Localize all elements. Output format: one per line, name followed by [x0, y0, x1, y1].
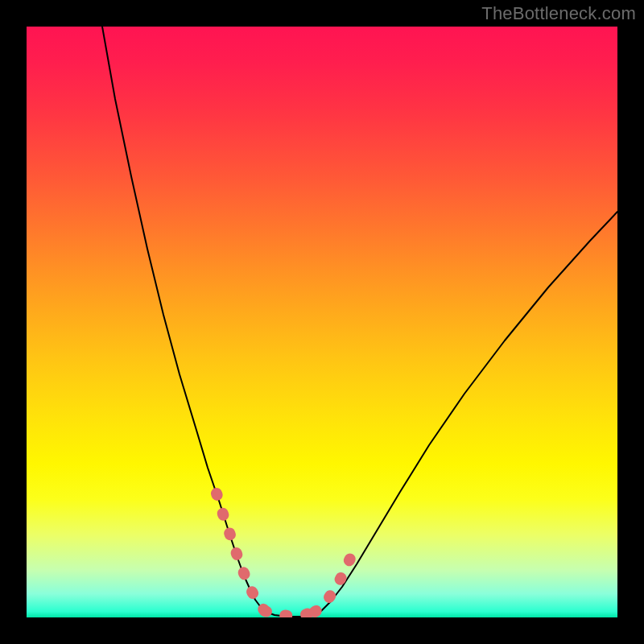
highlight-right — [315, 555, 352, 612]
plot-curves-svg — [27, 27, 617, 617]
curve-left-arm — [102, 27, 263, 611]
highlight-left — [217, 493, 265, 611]
watermark-text: TheBottleneck.com — [481, 3, 636, 24]
plot-frame — [27, 27, 617, 617]
curve-right-arm — [321, 212, 617, 611]
